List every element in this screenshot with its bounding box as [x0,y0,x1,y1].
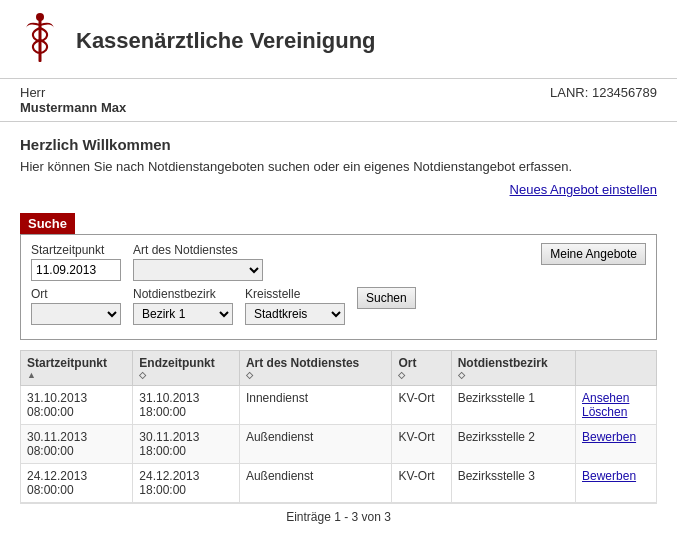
lanr-label: LANR: [550,85,588,100]
notdienstbezirk-select[interactable]: Bezirk 1 Bezirk 2 [133,303,233,325]
user-bar: Herr Mustermann Max LANR: 123456789 [0,79,677,122]
search-row-2: Ort Notdienstbezirk Bezirk 1 Bezirk 2 Kr… [31,287,646,325]
logo [20,12,60,70]
cell-notdienstbezirk: Bezirksstelle 2 [451,425,575,464]
caduceus-icon [20,12,60,67]
ort-select[interactable] [31,303,121,325]
lanr: LANR: 123456789 [550,85,657,100]
cell-notdienstbezirk: Bezirksstelle 1 [451,386,575,425]
user-salutation: Herr [20,85,126,100]
search-section: Suche Startzeitpunkt Art des Notdienstes… [0,213,677,350]
action-link-bewerben[interactable]: Bewerben [582,430,650,444]
cell-endzeitpunkt: 31.10.2013 18:00:00 [133,386,240,425]
cell-ort: KV-Ort [392,386,451,425]
col-endzeitpunkt: Endzeitpunkt◇ [133,351,240,386]
search-box: Startzeitpunkt Art des Notdienstes Innen… [20,234,657,340]
cell-startzeitpunkt: 30.11.2013 08:00:00 [21,425,133,464]
cell-startzeitpunkt: 31.10.2013 08:00:00 [21,386,133,425]
welcome-title: Herzlich Willkommen [20,136,657,153]
pagination: Einträge 1 - 3 von 3 [20,503,657,530]
cell-actions: AnsehenLöschen [576,386,657,425]
notdienstbezirk-label: Notdienstbezirk [133,287,233,301]
results-table: Startzeitpunkt▲ Endzeitpunkt◇ Art des No… [20,350,657,503]
header: Kassenärztliche Vereinigung [0,0,677,79]
table-row: 31.10.2013 08:00:0031.10.2013 18:00:00In… [21,386,657,425]
cell-ort: KV-Ort [392,464,451,503]
new-offer-link[interactable]: Neues Angebot einstellen [20,182,657,197]
cell-endzeitpunkt: 24.12.2013 18:00:00 [133,464,240,503]
cell-actions: Bewerben [576,425,657,464]
cell-art: Außendienst [239,425,392,464]
cell-ort: KV-Ort [392,425,451,464]
notdienstbezirk-field: Notdienstbezirk Bezirk 1 Bezirk 2 [133,287,233,325]
cell-art: Außendienst [239,464,392,503]
col-art: Art des Notdienstes◇ [239,351,392,386]
kreisstelle-field: Kreisstelle Stadtkreis Landkreis [245,287,345,325]
kreisstelle-label: Kreisstelle [245,287,345,301]
art-label: Art des Notdienstes [133,243,263,257]
lanr-value: 123456789 [592,85,657,100]
art-select[interactable]: Innendienst Außendienst [133,259,263,281]
startzeitpunkt-label: Startzeitpunkt [31,243,121,257]
header-title: Kassenärztliche Vereinigung [76,28,376,54]
action-link-löschen[interactable]: Löschen [582,405,650,419]
user-name: Mustermann Max [20,100,126,115]
suchen-area: Suchen [357,287,416,309]
table-header-row: Startzeitpunkt▲ Endzeitpunkt◇ Art des No… [21,351,657,386]
suchen-button[interactable]: Suchen [357,287,416,309]
cell-notdienstbezirk: Bezirksstelle 3 [451,464,575,503]
cell-actions: Bewerben [576,464,657,503]
table-section: Startzeitpunkt▲ Endzeitpunkt◇ Art des No… [0,350,677,540]
cell-endzeitpunkt: 30.11.2013 18:00:00 [133,425,240,464]
meine-angebote-area: Meine Angebote [541,243,646,265]
col-ort: Ort◇ [392,351,451,386]
svg-point-1 [36,13,44,21]
col-notdienstbezirk: Notdienstbezirk◇ [451,351,575,386]
col-startzeitpunkt: Startzeitpunkt▲ [21,351,133,386]
search-row-1: Startzeitpunkt Art des Notdienstes Innen… [31,243,646,281]
ort-label: Ort [31,287,121,301]
action-link-ansehen[interactable]: Ansehen [582,391,650,405]
kreisstelle-select[interactable]: Stadtkreis Landkreis [245,303,345,325]
ort-field: Ort [31,287,121,325]
startzeitpunkt-input[interactable] [31,259,121,281]
search-header: Suche [20,213,75,234]
welcome-text: Hier können Sie nach Notdienstangeboten … [20,159,657,174]
table-row: 24.12.2013 08:00:0024.12.2013 18:00:00Au… [21,464,657,503]
meine-angebote-button[interactable]: Meine Angebote [541,243,646,265]
user-info: Herr Mustermann Max [20,85,126,115]
startzeitpunkt-field: Startzeitpunkt [31,243,121,281]
cell-art: Innendienst [239,386,392,425]
table-row: 30.11.2013 08:00:0030.11.2013 18:00:00Au… [21,425,657,464]
art-field: Art des Notdienstes Innendienst Außendie… [133,243,263,281]
action-link-bewerben[interactable]: Bewerben [582,469,650,483]
welcome-section: Herzlich Willkommen Hier können Sie nach… [0,122,677,213]
cell-startzeitpunkt: 24.12.2013 08:00:00 [21,464,133,503]
col-actions [576,351,657,386]
